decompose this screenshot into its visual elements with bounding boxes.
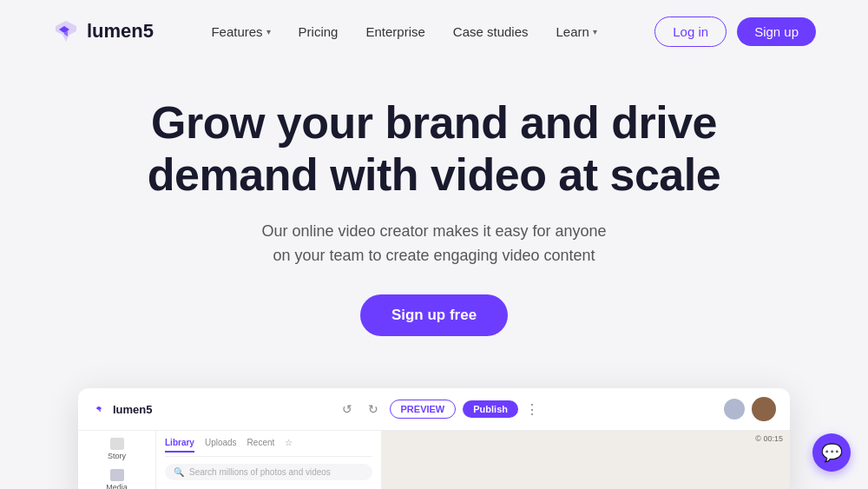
avatar-main bbox=[752, 397, 776, 421]
chevron-down-icon: ▾ bbox=[593, 27, 597, 36]
app-content: Story Media Library Uploads Recent ☆ 🔍 S… bbox=[78, 431, 790, 489]
nav-case-studies[interactable]: Case studies bbox=[453, 24, 529, 39]
app-logo-icon bbox=[92, 401, 108, 417]
tab-library[interactable]: Library bbox=[165, 438, 194, 453]
undo-icon[interactable]: ↺ bbox=[338, 400, 357, 419]
story-icon bbox=[110, 438, 124, 450]
sidebar-item-media[interactable]: Media bbox=[83, 469, 150, 489]
signup-hero-button[interactable]: Sign up free bbox=[360, 294, 508, 336]
avatar-small bbox=[724, 399, 745, 420]
app-bar-right bbox=[724, 397, 776, 421]
tab-recent[interactable]: Recent bbox=[247, 438, 275, 453]
preview-button[interactable]: PREVIEW bbox=[390, 400, 457, 419]
tab-uploads[interactable]: Uploads bbox=[205, 438, 237, 453]
nav-links: Features ▾ Pricing Enterprise Case studi… bbox=[211, 24, 597, 39]
search-placeholder-text: Search millions of photos and videos bbox=[189, 467, 331, 477]
app-logo: lumen5 bbox=[92, 401, 153, 417]
app-panel: Library Uploads Recent ☆ 🔍 Search millio… bbox=[156, 431, 382, 489]
chat-button[interactable]: 💬 bbox=[812, 433, 851, 472]
nav-learn[interactable]: Learn ▾ bbox=[556, 24, 597, 39]
nav-buttons: Log in Sign up bbox=[654, 17, 816, 47]
panel-tabs: Library Uploads Recent ☆ bbox=[165, 438, 372, 457]
publish-button[interactable]: Publish bbox=[463, 400, 518, 418]
logo-text: lumen5 bbox=[87, 20, 154, 43]
chevron-down-icon: ▾ bbox=[266, 27, 271, 36]
tab-star[interactable]: ☆ bbox=[285, 438, 293, 453]
media-icon bbox=[110, 469, 124, 481]
hero-title: Grow your brand and drive demand with vi… bbox=[52, 97, 816, 202]
navbar: lumen5 Features ▾ Pricing Enterprise Cas… bbox=[0, 0, 868, 63]
hero-section: Grow your brand and drive demand with vi… bbox=[0, 63, 868, 362]
app-topbar: lumen5 ↺ ↻ PREVIEW Publish ⋮ bbox=[78, 388, 790, 431]
app-sidebar: Story Media bbox=[78, 431, 156, 489]
redo-icon[interactable]: ↻ bbox=[364, 400, 383, 419]
more-options-icon[interactable]: ⋮ bbox=[525, 401, 539, 418]
nav-features[interactable]: Features ▾ bbox=[211, 24, 270, 39]
hero-subtitle: Our online video creator makes it easy f… bbox=[52, 219, 816, 269]
sidebar-item-story[interactable]: Story bbox=[83, 438, 150, 460]
search-icon: 🔍 bbox=[174, 467, 184, 477]
nav-enterprise[interactable]: Enterprise bbox=[365, 24, 424, 39]
app-logo-text: lumen5 bbox=[113, 403, 153, 416]
login-button[interactable]: Log in bbox=[654, 17, 727, 47]
chat-icon: 💬 bbox=[821, 442, 843, 463]
logo[interactable]: lumen5 bbox=[52, 17, 154, 45]
app-bar-center: ↺ ↻ PREVIEW Publish ⋮ bbox=[338, 400, 539, 419]
app-canvas: © 00:15 bbox=[382, 431, 790, 489]
logo-icon bbox=[52, 17, 80, 45]
search-bar[interactable]: 🔍 Search millions of photos and videos bbox=[165, 464, 372, 480]
nav-pricing[interactable]: Pricing bbox=[299, 24, 339, 39]
signup-nav-button[interactable]: Sign up bbox=[737, 17, 816, 46]
time-display: © 00:15 bbox=[755, 434, 783, 443]
app-preview: lumen5 ↺ ↻ PREVIEW Publish ⋮ Story bbox=[78, 388, 790, 489]
